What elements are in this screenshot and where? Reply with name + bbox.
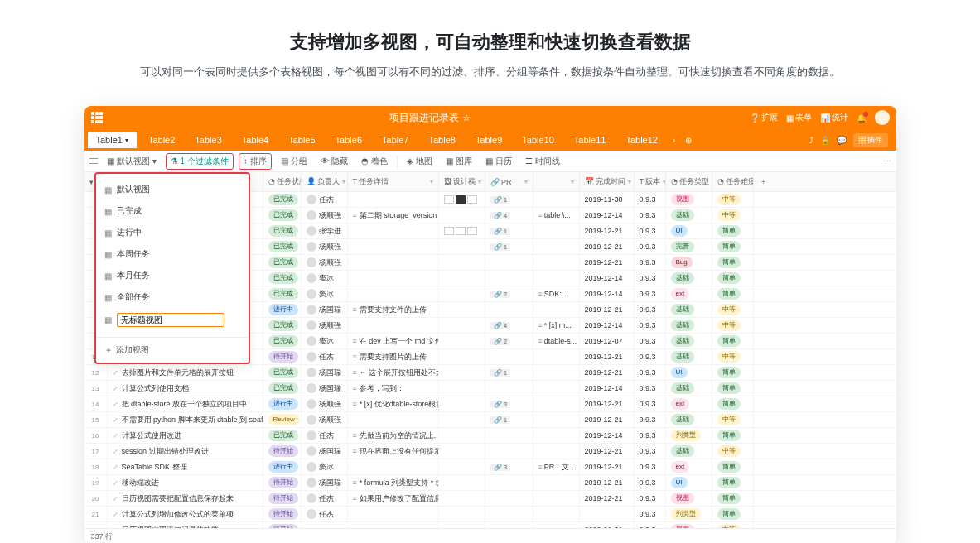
timeline-button[interactable]: ☰ 时间线 [521,154,564,169]
tab-table12[interactable]: Table12 [617,132,666,148]
cell-tasktype: 基础 [666,349,712,364]
cell-version: 0.9.3 [635,255,666,270]
row-number: 16 [84,428,108,443]
plugin-button[interactable]: ▦ 插件 [853,133,888,147]
cell-tasktype: 基础 [666,381,712,396]
tab-table5[interactable]: Table5 [280,132,323,148]
cell-extra: ≡PR：文... [533,459,580,474]
tab-table6[interactable]: Table6 [327,132,370,148]
cell-done: 2019-12-21 [580,239,635,254]
gallery-button[interactable]: ▦ 图库 [442,154,476,169]
col-header[interactable]: ◔ 任务难度▾ [712,172,754,191]
cell-difficulty: 简单 [712,365,754,380]
col-header[interactable]: 🔗 PR▾ [485,172,533,191]
col-header[interactable]: T 版本▾ [635,172,666,191]
hide-button[interactable]: 👁 隐藏 [316,154,352,169]
group-button[interactable]: ▤ 分组 [277,154,311,169]
cell-done: 2019-12-21 [580,349,635,364]
view-item[interactable]: ▦已完成 [96,200,249,222]
cell-done [580,507,635,521]
cell-pr: 🔗 1 [485,239,533,254]
header-stats[interactable]: 📊 统计 [820,112,848,123]
header-form[interactable]: ▦ 表单 [786,112,812,123]
col-header[interactable]: ▾ [533,172,580,191]
view-item[interactable]: ▦全部任务 [96,286,249,308]
cell-design [439,271,485,286]
cell-status: Review [263,412,302,427]
row-number: 15 [84,412,108,427]
table-row[interactable]: 20⤢ 日历视图需要把配置信息保存起来待开始任杰≡如果用户修改了配置信息，那..… [84,491,896,507]
tab-table2[interactable]: Table2 [140,132,183,148]
cell-difficulty: 简单 [712,459,754,474]
cell-title: ⤢ 计算公式列使用文档 [108,381,263,396]
table-row[interactable]: 18⤢ SeaTable SDK 整理进行中窦冰🔗 3≡PR：文...2019-… [84,459,896,475]
cell-done: 2019-12-14 [580,318,635,333]
table-row[interactable]: 17⤢ session 过期出错处理改进待开始杨国瑞≡现在界面上没有任何提示信息… [84,444,896,459]
filter-button[interactable]: ⚗ 1 个过滤条件 [166,153,234,170]
calendar-button[interactable]: ▦ 日历 [481,154,516,169]
col-header[interactable]: 🖼 设计稿▾ [439,172,485,191]
view-item[interactable]: ▦默认视图 [96,179,249,200]
tab-table11[interactable]: Table11 [566,132,615,148]
view-item[interactable]: ▦进行中 [96,222,249,243]
tab-table10[interactable]: Table10 [514,132,562,148]
tab-table8[interactable]: Table8 [420,132,463,148]
cell-desc: ≡← 这个展开按钮用处不大 [348,365,439,380]
star-icon[interactable]: ☆ [462,113,471,123]
share-icon[interactable]: ⤴ [809,136,813,145]
row-number: 22 [84,522,108,528]
cell-version: 0.9.3 [635,396,666,411]
cell-design [439,522,485,528]
view-item[interactable]: ▦本月任务 [96,265,249,286]
menu-icon[interactable] [89,158,98,164]
avatar[interactable] [875,110,890,125]
view-selector[interactable]: ▦ 默认视图 ▾ [103,154,161,169]
tab-table7[interactable]: Table7 [374,132,417,148]
view-item[interactable]: ▦本周任务 [96,243,249,265]
cell-design [439,286,485,301]
col-header[interactable]: 📅 完成时间▾ [580,172,635,191]
table-row[interactable]: 16⤢ 计算公式使用改进已完成任杰≡先做当前为空的情况上...2019-12-1… [84,428,896,444]
col-header[interactable]: ◔ 任务状态▾ [263,172,302,191]
table-row[interactable]: 22⤢ 日历视图实现添加记录的功能待开始2020-01-310.9.3视图中等 [84,522,896,528]
view-name-input[interactable] [117,313,224,327]
add-table-button[interactable]: ⊕ [682,136,695,145]
cell-difficulty: 简单 [712,271,754,286]
tab-table1[interactable]: Table1▾ [88,132,137,148]
col-header[interactable]: T 任务详情▾ [348,172,439,191]
tabs-scroll-right[interactable]: › [669,136,678,145]
table-row[interactable]: 21⤢ 计算公式列增加修改公式的菜单项待开始任杰0.9.3列类型简单 [84,507,896,522]
cell-extra [533,396,580,411]
cell-status: 已完成 [263,318,302,333]
view-item-editing[interactable]: ▦ [96,308,249,332]
cell-person: 杨国瑞 [302,475,348,490]
tab-table9[interactable]: Table9 [467,132,510,148]
cell-title: ⤢ 去掉图片和文件单元格的展开按钮 [108,365,263,380]
sort-button[interactable]: ↕ 排序 [239,153,272,170]
more-icon[interactable]: ⋯ [883,156,891,166]
cell-pr [485,444,533,459]
bell-icon[interactable]: 🔔 [857,113,867,123]
cell-person: 窦冰 [302,271,348,286]
table-row[interactable]: 15⤢ 不需要用 python 脚本来更新 dtable 到 seafileRe… [84,412,896,428]
table-row[interactable]: 13⤢ 计算公式列使用文档已完成杨国瑞≡参考，写到：2019-12-140.9.… [84,381,896,396]
cell-tasktype: 视图 [666,192,712,207]
col-header[interactable]: 👤 负责人▾ [302,172,348,191]
tab-table3[interactable]: Table3 [186,132,229,148]
comment-icon[interactable]: 💬 [837,136,847,145]
add-column-button[interactable]: ＋ [754,172,774,191]
col-header[interactable]: ◔ 任务类型▾ [666,172,712,191]
add-view-button[interactable]: ＋ 添加视图 [96,337,249,363]
table-row[interactable]: 14⤢ 把 dtable-store 放在一个独立的项目中进行中杨顺强≡* [x… [84,396,896,412]
color-button[interactable]: ◓ 着色 [357,154,392,169]
cell-desc [348,507,439,521]
table-row[interactable]: 19⤢ 移动端改进待开始杨国瑞≡* formula 列类型支持 * 统计...2… [84,475,896,491]
cell-design [439,507,485,521]
table-row[interactable]: 12⤢ 去掉图片和文件单元格的展开按钮已完成杨国瑞≡← 这个展开按钮用处不大🔗 … [84,365,896,381]
apps-icon[interactable] [91,112,103,123]
cell-status: 待开始 [263,444,302,459]
header-extend[interactable]: ❔ 扩展 [750,112,778,123]
lock-icon[interactable]: 🔒 [820,136,830,145]
tab-table4[interactable]: Table4 [234,132,277,148]
map-button[interactable]: ◈ 地图 [403,154,437,169]
